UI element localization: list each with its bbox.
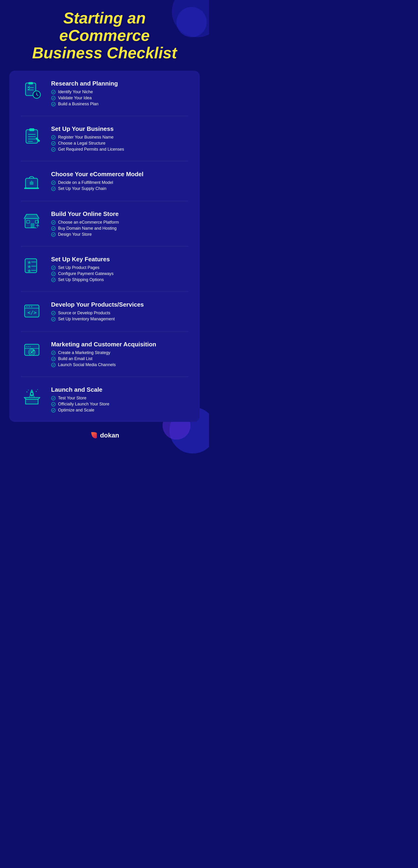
launch-icon — [21, 386, 44, 407]
svg-point-70 — [51, 351, 56, 355]
section-research: Research and Planning Identify Your Nich… — [21, 80, 188, 106]
features-content: Set Up Key Features Set Up Product Pages… — [51, 256, 188, 282]
svg-rect-14 — [29, 128, 34, 131]
svg-point-76 — [36, 391, 37, 392]
brand-logo: dokan — [90, 431, 119, 440]
svg-point-8 — [36, 94, 37, 95]
svg-point-50 — [51, 278, 56, 282]
svg-point-77 — [37, 390, 38, 390]
list-item: Choose a Legal Structure — [51, 141, 188, 146]
marketing-items: Create a Marketing Strategy Build an Ema… — [51, 350, 188, 367]
list-item: Validate Your Idea — [51, 96, 188, 100]
section-products: </> Develop Your Products/Services Sourc… — [21, 301, 188, 322]
check-icon — [51, 102, 56, 106]
svg-point-10 — [51, 96, 56, 100]
check-icon — [51, 232, 56, 237]
page-title: Starting an eCommerce Business Checklist — [32, 9, 177, 61]
products-content: Develop Your Products/Services Source or… — [51, 301, 188, 321]
list-item: Test Your Store — [51, 396, 188, 401]
check-icon — [51, 402, 56, 407]
business-items: Register Your Business Name Choose a Leg… — [51, 135, 188, 152]
check-icon — [51, 408, 56, 413]
deco-circle-2 — [176, 7, 207, 37]
svg-point-11 — [51, 102, 56, 106]
check-icon — [51, 396, 56, 401]
check-icon — [51, 141, 56, 146]
list-item: Optimize and Scale — [51, 408, 188, 413]
list-item: Choose an eCommerce Platform — [51, 220, 188, 225]
svg-point-55 — [29, 306, 30, 307]
svg-point-62 — [26, 346, 27, 347]
list-item: Officially Launch Your Store — [51, 402, 188, 407]
svg-point-54 — [26, 306, 28, 307]
section-marketing: Marketing and Customer Acquisition Creat… — [21, 341, 188, 367]
check-icon — [51, 311, 56, 315]
footer: dokan — [90, 431, 119, 440]
check-icon — [51, 272, 56, 276]
features-icon — [21, 256, 44, 277]
check-icon — [51, 356, 56, 361]
svg-point-74 — [27, 392, 27, 393]
list-item: Set Up Shipping Options — [51, 277, 188, 282]
svg-point-63 — [28, 346, 29, 347]
launch-content: Launch and Scale Test Your Store Officia… — [51, 386, 188, 413]
marketing-icon — [21, 341, 44, 362]
features-title: Set Up Key Features — [51, 256, 188, 263]
store-title: Build Your Online Store — [51, 210, 188, 218]
check-icon — [51, 90, 56, 94]
store-content: Build Your Online Store Choose an eComme… — [51, 210, 188, 237]
section-model: Choose Your eCommerce Model Decide on a … — [21, 170, 188, 191]
check-icon — [51, 96, 56, 100]
svg-rect-25 — [24, 188, 39, 189]
business-icon — [21, 125, 44, 146]
list-item: Get Required Permits and Licenses — [51, 147, 188, 152]
svg-rect-2 — [28, 82, 33, 84]
check-icon — [51, 220, 56, 225]
list-item: Set Up Your Supply Chain — [51, 186, 188, 191]
svg-point-9 — [51, 90, 56, 94]
marketing-title: Marketing and Customer Acquisition — [51, 341, 188, 348]
launch-items: Test Your Store Officially Launch Your S… — [51, 396, 188, 413]
list-item: Buy Domain Name and Hosting — [51, 226, 188, 231]
list-item: Launch Social Media Channels — [51, 363, 188, 367]
check-icon — [51, 135, 56, 140]
svg-point-20 — [51, 135, 56, 140]
list-item: Register Your Business Name — [51, 135, 188, 140]
products-title: Develop Your Products/Services — [51, 301, 188, 308]
list-item: Create a Marketing Strategy — [51, 350, 188, 355]
section-business: Set Up Your Business Register Your Busin… — [21, 125, 188, 152]
svg-point-78 — [51, 396, 56, 400]
dokan-logo-icon — [90, 431, 98, 440]
model-icon — [21, 170, 44, 191]
svg-point-38 — [51, 227, 56, 230]
svg-point-37 — [51, 221, 56, 224]
svg-rect-26 — [30, 182, 33, 185]
check-icon — [51, 350, 56, 355]
divider-5 — [21, 291, 188, 292]
list-item: Configure Payment Gateways — [51, 271, 188, 276]
svg-point-48 — [51, 266, 56, 270]
svg-point-73 — [31, 393, 33, 395]
divider-3 — [21, 201, 188, 201]
products-items: Source or Develop Products Set Up Invent… — [51, 311, 188, 321]
model-items: Decide on a Fulfillment Model Set Up You… — [51, 180, 188, 191]
products-icon: </> — [21, 301, 44, 322]
model-content: Choose Your eCommerce Model Decide on a … — [51, 170, 188, 191]
list-item: Build a Business Plan — [51, 101, 188, 106]
list-item: Decide on a Fulfillment Model — [51, 180, 188, 185]
main-card: Research and Planning Identify Your Nich… — [9, 71, 200, 422]
svg-point-21 — [51, 142, 56, 146]
svg-point-79 — [51, 402, 56, 406]
svg-point-56 — [31, 306, 32, 307]
research-title: Research and Planning — [51, 80, 188, 87]
check-icon — [51, 266, 56, 270]
svg-point-22 — [51, 148, 56, 152]
check-icon — [51, 278, 56, 282]
features-items: Set Up Product Pages Configure Payment G… — [51, 265, 188, 282]
svg-point-71 — [51, 357, 56, 361]
svg-point-75 — [28, 390, 29, 391]
list-item: Source or Develop Products — [51, 311, 188, 315]
research-content: Research and Planning Identify Your Nich… — [51, 80, 188, 106]
svg-point-59 — [51, 317, 56, 321]
divider-6 — [21, 331, 188, 332]
